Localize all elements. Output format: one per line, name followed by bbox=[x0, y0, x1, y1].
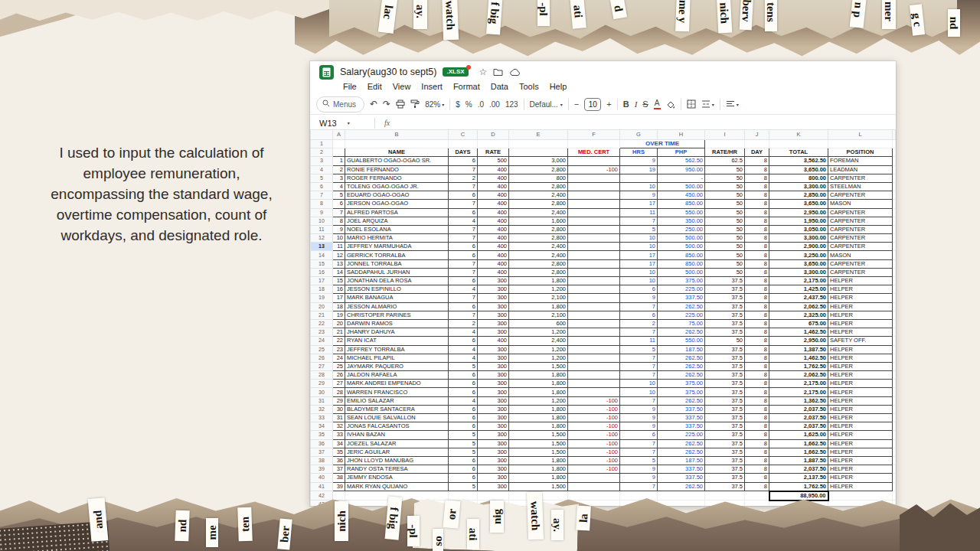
cell-amount[interactable]: 2,100 bbox=[509, 311, 568, 319]
cell-name[interactable]: MARIO HERMITA bbox=[345, 234, 449, 243]
cell-amount[interactable]: 2,400 bbox=[509, 243, 568, 251]
cell-name[interactable]: JOEL ARQUIZA bbox=[345, 217, 449, 225]
cell-name[interactable]: RANDY OSTA TERESA bbox=[345, 465, 449, 474]
cell-ot-hrs[interactable]: 7 bbox=[620, 396, 658, 405]
cell-rate-hr[interactable]: 37.5 bbox=[705, 388, 745, 396]
cell-day[interactable]: 8 bbox=[745, 337, 769, 345]
cell-amount[interactable]: 1,200 bbox=[509, 396, 568, 405]
cell-days[interactable]: 6 bbox=[449, 251, 478, 259]
menu-tools[interactable]: Tools bbox=[514, 82, 544, 91]
cell-amount[interactable]: 1,200 bbox=[509, 285, 568, 294]
cell-total[interactable]: 2,950.00 bbox=[769, 208, 828, 217]
cell-rate[interactable]: 400 bbox=[478, 337, 509, 345]
row-header-6[interactable]: 6 bbox=[311, 182, 333, 191]
cell-position[interactable]: CARPENTER bbox=[828, 174, 893, 182]
menu-edit[interactable]: Edit bbox=[362, 82, 387, 91]
cell-index[interactable]: 7 bbox=[333, 208, 345, 217]
cell-days[interactable]: 6 bbox=[449, 388, 478, 396]
cell-days[interactable]: 7 bbox=[449, 165, 478, 174]
overtime-merged-cell[interactable]: OVER TIME bbox=[620, 140, 705, 148]
cell-days[interactable]: 6 bbox=[449, 414, 478, 422]
cell-ot-php[interactable]: 950.00 bbox=[658, 165, 705, 174]
cell-med-cert[interactable] bbox=[568, 182, 620, 191]
cell-med-cert[interactable]: -100 bbox=[568, 465, 620, 474]
cell-ot-hrs[interactable]: 10 bbox=[620, 234, 658, 243]
menu-format[interactable]: Format bbox=[448, 82, 485, 91]
row-header-20[interactable]: 20 bbox=[311, 302, 333, 311]
cell-rate[interactable]: 400 bbox=[478, 200, 509, 208]
cell-index[interactable]: 11 bbox=[333, 243, 345, 251]
cell-position[interactable]: CARPENTER bbox=[828, 217, 893, 225]
cell-index[interactable]: 15 bbox=[333, 277, 345, 285]
cell-total[interactable]: 1,950.00 bbox=[769, 217, 828, 225]
cell-total[interactable]: 2,437.50 bbox=[769, 294, 828, 302]
cell-day[interactable]: 8 bbox=[745, 191, 769, 200]
cell-index[interactable]: 25 bbox=[333, 362, 345, 370]
cell-total[interactable]: 1,462.50 bbox=[769, 328, 828, 337]
cell-days[interactable]: 7 bbox=[449, 200, 478, 208]
cell-index[interactable]: 5 bbox=[333, 191, 345, 200]
cell-name[interactable]: JALDON RAFAELA bbox=[345, 371, 449, 380]
cell-rate[interactable]: 300 bbox=[478, 294, 509, 302]
cell-ot-hrs[interactable]: 5 bbox=[620, 456, 658, 465]
cell-ot-hrs[interactable]: 10 bbox=[620, 277, 658, 285]
row-header-19[interactable]: 19 bbox=[311, 294, 333, 302]
cell-rate[interactable]: 300 bbox=[478, 371, 509, 380]
column-header-h[interactable]: H bbox=[658, 130, 705, 140]
cell-ot-hrs[interactable]: 10 bbox=[620, 243, 658, 251]
cell-rate[interactable]: 300 bbox=[478, 414, 509, 422]
cell-rate-hr[interactable]: 37.5 bbox=[705, 456, 745, 465]
column-header-a[interactable]: A bbox=[333, 130, 345, 140]
cell-ot-hrs[interactable]: 10 bbox=[620, 268, 658, 276]
cell-ot-php[interactable]: 262.50 bbox=[658, 354, 705, 362]
cell-total[interactable]: 3,300.00 bbox=[769, 182, 828, 191]
cell-ot-php[interactable]: - bbox=[658, 174, 705, 182]
cell-position[interactable]: HELPER bbox=[828, 431, 893, 439]
cell-position[interactable]: HELPER bbox=[828, 362, 893, 370]
cell-rate[interactable]: 300 bbox=[478, 431, 509, 439]
cell-rate[interactable]: 300 bbox=[478, 474, 509, 482]
cell-name[interactable]: JOEZEL SALAZAR bbox=[345, 439, 449, 448]
cell-ot-hrs[interactable]: 9 bbox=[620, 422, 658, 431]
cell-rate-hr[interactable]: 50 bbox=[705, 165, 745, 174]
cell-days[interactable]: 7 bbox=[449, 268, 478, 276]
cell-med-cert[interactable]: -100 bbox=[568, 456, 620, 465]
cell-total[interactable]: 3,300.00 bbox=[769, 268, 828, 276]
row-header-8[interactable]: 8 bbox=[311, 200, 333, 208]
row-header-15[interactable]: 15 bbox=[311, 259, 333, 268]
menu-data[interactable]: Data bbox=[485, 82, 514, 91]
cell-ot-hrs[interactable]: 9 bbox=[620, 465, 658, 474]
cell-name[interactable]: ROGER FERNANDO bbox=[345, 174, 449, 182]
cell-position[interactable]: HELPER bbox=[828, 294, 893, 302]
cell-days[interactable]: 4 bbox=[449, 396, 478, 405]
cell-amount[interactable]: 2,400 bbox=[509, 251, 568, 259]
cell-total[interactable]: 1,387.50 bbox=[769, 345, 828, 354]
cell-position[interactable]: HELPER bbox=[828, 354, 893, 362]
cell-rate[interactable]: 300 bbox=[478, 456, 509, 465]
cell-total[interactable]: 2,950.00 bbox=[769, 337, 828, 345]
cell-ot-php[interactable]: 337.50 bbox=[658, 474, 705, 482]
cell-days[interactable]: 4 bbox=[449, 354, 478, 362]
row-header-2[interactable]: 2 bbox=[311, 148, 333, 157]
column-header-d[interactable]: D bbox=[478, 130, 509, 140]
cell-rate-hr[interactable]: 37.5 bbox=[705, 380, 745, 388]
cell-med-cert[interactable] bbox=[568, 259, 620, 268]
cell-ot-php[interactable]: 337.50 bbox=[658, 422, 705, 431]
cell-day[interactable]: 8 bbox=[745, 259, 769, 268]
cell-days[interactable]: 6 bbox=[449, 243, 478, 251]
row-header-16[interactable]: 16 bbox=[311, 268, 333, 276]
cell-ot-hrs[interactable]: 7 bbox=[620, 448, 658, 456]
cell-amount[interactable]: 1,600 bbox=[509, 217, 568, 225]
cell-rate[interactable]: 300 bbox=[478, 302, 509, 311]
cell-med-cert[interactable] bbox=[568, 362, 620, 370]
cell[interactable] bbox=[568, 491, 620, 500]
cell-rate-hr[interactable]: 37.5 bbox=[705, 328, 745, 337]
cell-name[interactable]: EMILIO SALAZAR bbox=[345, 396, 449, 405]
cell-days[interactable]: 6 bbox=[449, 422, 478, 431]
cell-days[interactable]: 7 bbox=[449, 234, 478, 243]
cell-amount[interactable]: 1,500 bbox=[509, 431, 568, 439]
cell-amount[interactable]: 1,500 bbox=[509, 482, 568, 491]
cell-rate[interactable]: 300 bbox=[478, 422, 509, 431]
cell-total[interactable]: 2,037.50 bbox=[769, 414, 828, 422]
cell-rate[interactable]: 300 bbox=[478, 448, 509, 456]
